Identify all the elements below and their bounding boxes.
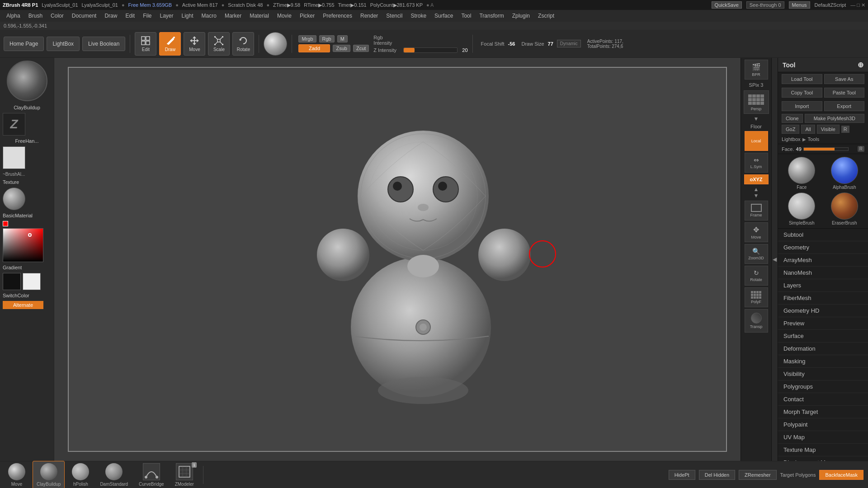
zsub-button[interactable]: Zsub	[333, 45, 350, 52]
brush-sphere-preview[interactable]	[7, 61, 47, 101]
menu-macro[interactable]: Macro	[198, 12, 220, 20]
import-button[interactable]: Import	[782, 101, 822, 111]
lightbox-button[interactable]: LightBox	[47, 37, 80, 51]
oxyz-button[interactable]: oXYZ	[744, 174, 769, 184]
deformation-item[interactable]: Deformation	[778, 343, 868, 355]
export-button[interactable]: Export	[824, 101, 865, 111]
subtool-item[interactable]: Subtool	[778, 229, 868, 241]
collapse-arrow[interactable]: ◀	[771, 58, 778, 461]
menu-movie[interactable]: Movie	[274, 12, 295, 20]
z-intensity-slider[interactable]	[403, 47, 458, 53]
menu-transform[interactable]: Transform	[476, 12, 507, 20]
alphabrush-item[interactable]: AlphaBrush	[825, 157, 865, 190]
color-picker[interactable]	[3, 228, 43, 262]
r-badge-face[interactable]: R	[858, 146, 864, 152]
surface-item[interactable]: Surface	[778, 330, 868, 343]
backface-mask-button[interactable]: BackfaceMask	[819, 470, 863, 480]
rotate-button[interactable]: Rotate	[232, 32, 254, 56]
menu-stroke[interactable]: Stroke	[407, 12, 430, 20]
menu-file[interactable]: File	[139, 12, 155, 20]
mrgb-button[interactable]: Mrgb	[298, 35, 316, 42]
geometry-hd-item[interactable]: Geometry HD	[778, 305, 868, 317]
menu-surface[interactable]: Surface	[431, 12, 457, 20]
lsym-button[interactable]: ⇔ L.Sym	[745, 153, 768, 173]
menu-preferences[interactable]: Preferences	[319, 12, 356, 20]
bottom-hpolish-tool[interactable]: hPolish	[68, 461, 93, 488]
menu-color[interactable]: Color	[47, 12, 67, 20]
masking-item[interactable]: Masking	[778, 355, 868, 368]
bottom-move-tool[interactable]: Move	[5, 461, 29, 488]
floor-button[interactable]: Floor	[750, 124, 762, 129]
move-button[interactable]: Move	[184, 32, 205, 56]
see-through-button[interactable]: See-through 0	[746, 1, 784, 9]
zoom3d-button[interactable]: 🔍 Zoom3D	[745, 244, 768, 264]
menu-light[interactable]: Light	[178, 12, 197, 20]
menu-tool[interactable]: Tool	[458, 12, 475, 20]
black-swatch[interactable]	[3, 273, 21, 290]
uv-map-item[interactable]: UV Map	[778, 431, 868, 444]
brush-alpha-square[interactable]	[3, 146, 25, 169]
preview-item[interactable]: Preview	[778, 317, 868, 330]
contact-item[interactable]: Contact	[778, 393, 868, 406]
morph-target-item[interactable]: Morph Target	[778, 406, 868, 418]
r-badge[interactable]: R	[841, 126, 849, 133]
scale-button[interactable]: Scale	[208, 32, 230, 56]
menu-draw[interactable]: Draw	[101, 12, 121, 20]
zadd-button[interactable]: Zadd	[298, 44, 330, 52]
menu-stencil[interactable]: Stencil	[382, 12, 406, 20]
simplebrush-item[interactable]: SimpleBrush	[782, 192, 822, 225]
hidept-button[interactable]: HidePt	[669, 470, 695, 480]
transp-button[interactable]: Transp	[745, 309, 768, 333]
alternate-button[interactable]: Alternate	[3, 301, 43, 309]
menu-marker[interactable]: Marker	[221, 12, 245, 20]
local-button[interactable]: Local	[745, 131, 768, 151]
draw-button[interactable]: Draw	[159, 32, 181, 56]
bottom-claybuildup-tool[interactable]: ClayBuildup	[33, 461, 65, 488]
edit-button[interactable]: Edit	[135, 32, 156, 56]
nanomesh-item[interactable]: NanoMesh	[778, 267, 868, 279]
m-button[interactable]: M	[337, 35, 348, 42]
del-hidden-button[interactable]: Del Hidden	[699, 470, 735, 480]
bottom-zmodeler-tool[interactable]: 1 ZModeler	[171, 461, 198, 488]
visibility-item[interactable]: Visibility	[778, 368, 868, 380]
dynamic-button[interactable]: Dynamic	[557, 40, 581, 47]
polypaint-item[interactable]: Polypaint	[778, 418, 868, 431]
layers-item[interactable]: Layers	[778, 279, 868, 292]
canvas-area[interactable]	[54, 58, 741, 461]
menus-button[interactable]: Menus	[789, 1, 810, 9]
menu-alpha[interactable]: Alpha	[3, 12, 24, 20]
bottom-curvebridge-tool[interactable]: CurveBridge	[135, 461, 168, 488]
load-tool-button[interactable]: Load Tool	[782, 74, 822, 84]
bpr-button[interactable]: 🎬 BPR	[745, 60, 768, 80]
frame-button[interactable]: Frame	[745, 201, 768, 221]
rgb-button[interactable]: Rgb	[319, 35, 335, 42]
canvas-viewport[interactable]	[68, 67, 727, 452]
polyf-button[interactable]: PolyF	[745, 287, 768, 307]
brush-z-icon[interactable]: Z	[3, 113, 25, 136]
menu-document[interactable]: Document	[68, 12, 100, 20]
displacement-map-item[interactable]: Displacement Map	[778, 456, 868, 461]
face-brush-item[interactable]: Face	[782, 157, 822, 190]
white-swatch[interactable]	[23, 273, 41, 290]
tool-expand-icon[interactable]: ⊕	[858, 61, 863, 69]
face-slider[interactable]	[803, 147, 849, 151]
all-button[interactable]: All	[801, 125, 815, 134]
material-sphere-preview[interactable]	[264, 32, 287, 56]
menu-picker[interactable]: Picker	[296, 12, 318, 20]
clone-button[interactable]: Clone	[782, 114, 803, 123]
home-page-button[interactable]: Home Page	[4, 37, 44, 51]
menu-render[interactable]: Render	[357, 12, 382, 20]
menu-edit[interactable]: Edit	[122, 12, 138, 20]
save-as-button[interactable]: Save As	[824, 74, 865, 84]
geometry-item[interactable]: Geometry	[778, 241, 868, 254]
eraserbrush-item[interactable]: EraserBrush	[825, 192, 865, 225]
menu-brush[interactable]: Brush	[25, 12, 46, 20]
menu-material[interactable]: Material	[246, 12, 273, 20]
copy-tool-button[interactable]: Copy Tool	[782, 88, 822, 98]
paste-tool-button[interactable]: Paste Tool	[824, 88, 865, 98]
zcut-button[interactable]: Zcut	[353, 45, 369, 52]
color-indicator-dot[interactable]	[3, 221, 8, 226]
visible-button[interactable]: Visible	[817, 125, 840, 134]
live-boolean-button[interactable]: Live Boolean	[82, 37, 125, 51]
fibermesh-item[interactable]: FiberMesh	[778, 292, 868, 305]
